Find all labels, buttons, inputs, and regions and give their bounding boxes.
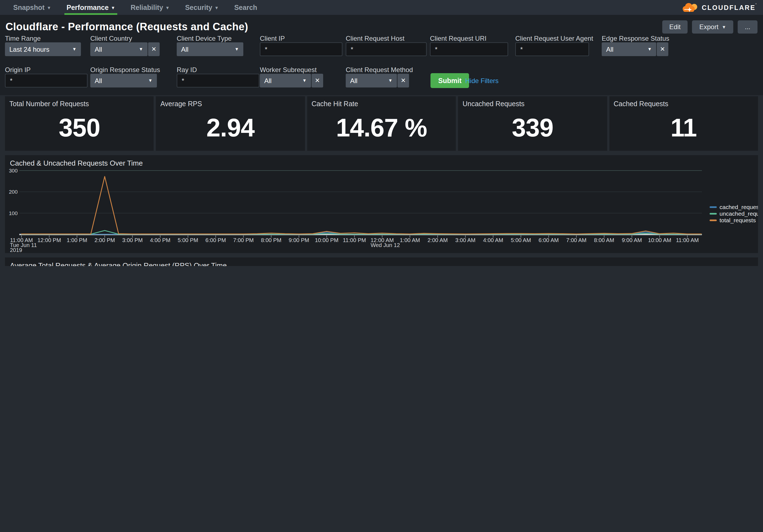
select-value: Last 24 hours <box>9 45 49 53</box>
chevron-down-icon: ▼ <box>148 78 153 83</box>
legend-label: total_requests <box>719 217 756 223</box>
ray-id-input[interactable]: * <box>177 74 259 87</box>
kpi-value: 14.67 % <box>307 113 456 142</box>
nav-item-label: Performance <box>66 4 109 11</box>
chevron-down-icon: ▼ <box>214 6 219 10</box>
svg-text:300: 300 <box>9 168 18 174</box>
nav-item-label: Snapshot <box>13 4 45 11</box>
svg-text:12:00 PM: 12:00 PM <box>38 237 61 243</box>
button-label: ... <box>745 23 750 31</box>
button-label: Export <box>700 23 718 31</box>
svg-text:100: 100 <box>9 211 18 216</box>
line-chart-requests: 10020030011:00 AMTue Jun 11201912:00 PM1… <box>5 155 758 253</box>
filter-label-client-request-method: Client Request Method <box>346 66 413 74</box>
svg-text:3:00 PM: 3:00 PM <box>122 237 143 243</box>
legend-item-cached-requests[interactable]: cached_requests <box>709 204 758 210</box>
select-value: All <box>606 45 613 53</box>
export-button[interactable]: Export▼ <box>692 20 733 34</box>
worker-subrequest-select[interactable]: All▼ <box>260 74 311 87</box>
select-value: All <box>264 77 272 84</box>
svg-text:2019: 2019 <box>10 247 22 253</box>
edit-button[interactable]: Edit <box>662 20 688 34</box>
kpi-title: Cached Requests <box>613 100 668 108</box>
nav-item-performance[interactable]: Performance▼ <box>59 0 123 15</box>
nav-item-security[interactable]: Security▼ <box>177 0 227 15</box>
edge-response-status-select[interactable]: All▼ <box>602 43 656 56</box>
time-range-select[interactable]: Last 24 hours▼ <box>5 43 81 56</box>
chevron-down-icon: ▼ <box>388 78 392 83</box>
client-country-clear-icon[interactable]: ✕ <box>148 43 160 56</box>
svg-text:11:00 PM: 11:00 PM <box>343 237 366 243</box>
client-request-host-input[interactable]: * <box>346 43 427 56</box>
svg-text:4:00 AM: 4:00 AM <box>483 237 503 243</box>
select-value: All <box>95 77 102 84</box>
dashboard-root: Snapshot▼Performance▼Reliability▼Securit… <box>0 0 763 266</box>
chevron-down-icon: ▼ <box>47 6 51 10</box>
legend-swatch <box>709 219 717 221</box>
client-device-type-select[interactable]: All▼ <box>177 43 243 56</box>
kpi-uncached-requests: Uncached Requests339 <box>458 96 607 151</box>
svg-text:1:00 AM: 1:00 AM <box>400 237 420 243</box>
select-value: All <box>350 77 358 84</box>
more-button[interactable]: ... <box>738 20 757 34</box>
chevron-down-icon: ▼ <box>111 6 115 10</box>
svg-text:4:00 PM: 4:00 PM <box>150 237 170 243</box>
kpi-cache-hit-rate: Cache Hit Rate14.67 % <box>307 96 456 151</box>
nav-item-search[interactable]: Search <box>227 0 265 15</box>
submit-button[interactable]: Submit <box>430 73 469 88</box>
nav-item-label: Security <box>185 4 212 11</box>
panel-cached-uncached-over-time: Cached & Uncached Requests Over Time 100… <box>5 155 758 253</box>
svg-text:7:00 PM: 7:00 PM <box>233 237 254 243</box>
hide-filters-link[interactable]: Hide Filters <box>465 77 498 85</box>
svg-text:11:00 AM: 11:00 AM <box>676 237 699 243</box>
select-value: All <box>95 45 102 53</box>
origin-response-status-select[interactable]: All▼ <box>90 74 157 87</box>
chevron-down-icon: ▼ <box>722 25 726 30</box>
origin-ip-input[interactable]: * <box>5 74 87 87</box>
client-country-select[interactable]: All▼ <box>90 43 148 56</box>
dashboard-header: Cloudflare - Performance (Requests and C… <box>0 15 763 95</box>
svg-text:9:00 AM: 9:00 AM <box>622 237 642 243</box>
kpi-cached-requests: Cached Requests11 <box>609 96 758 151</box>
svg-text:7:00 AM: 7:00 AM <box>566 237 586 243</box>
client-request-method-clear-icon[interactable]: ✕ <box>397 74 409 87</box>
svg-text:1:00 PM: 1:00 PM <box>66 237 87 243</box>
kpi-title: Uncached Requests <box>463 100 524 108</box>
legend-item-uncached-requests[interactable]: uncached_requests <box>709 210 758 217</box>
kpi-value: 339 <box>458 113 607 142</box>
edge-response-status-clear-icon[interactable]: ✕ <box>657 43 668 56</box>
client-request-method-select[interactable]: All▼ <box>346 74 397 87</box>
brand-text: CLOUDFLARE <box>702 4 756 11</box>
chevron-down-icon: ▼ <box>235 47 239 52</box>
filter-label-worker-subrequest: Worker Subrequest <box>260 66 317 74</box>
panel-title: Cached & Uncached Requests Over Time <box>10 159 143 167</box>
chevron-down-icon: ▼ <box>165 6 170 10</box>
chevron-down-icon: ▼ <box>72 47 76 52</box>
chevron-down-icon: ▼ <box>647 47 652 52</box>
svg-text:6:00 AM: 6:00 AM <box>539 237 559 243</box>
filter-label-client-device-type: Client Device Type <box>177 35 232 43</box>
chart-legend: cached_requestsuncached_requeststotal_re… <box>709 204 758 223</box>
client-request-user-agent-input[interactable]: * <box>515 43 589 56</box>
nav-item-label: Reliability <box>131 4 163 11</box>
worker-subrequest-clear-icon[interactable]: ✕ <box>312 74 323 87</box>
legend-item-total-requests[interactable]: total_requests <box>709 217 758 223</box>
filter-label-time-range: Time Range <box>5 35 41 43</box>
svg-text:8:00 PM: 8:00 PM <box>261 237 281 243</box>
svg-text:Wed Jun 12: Wed Jun 12 <box>371 242 400 248</box>
nav-item-reliability[interactable]: Reliability▼ <box>123 0 177 15</box>
filter-label-origin-ip: Origin IP <box>5 66 31 74</box>
legend-swatch <box>709 213 717 214</box>
client-ip-input[interactable]: * <box>260 43 342 56</box>
kpi-value: 350 <box>5 113 154 142</box>
page-title: Cloudflare - Performance (Requests and C… <box>6 21 248 33</box>
client-request-uri-input[interactable]: * <box>430 43 508 56</box>
header-buttons: EditExport▼... <box>662 20 757 34</box>
cloudflare-logo: CLOUDFLARE ' <box>681 0 763 15</box>
nav-item-snapshot[interactable]: Snapshot▼ <box>6 0 59 15</box>
kpi-average-rps: Average RPS2.94 <box>156 96 305 151</box>
filter-label-client-request-host: Client Request Host <box>346 35 404 43</box>
legend-swatch <box>709 206 717 208</box>
kpi-value: 11 <box>609 113 758 142</box>
nav-items: Snapshot▼Performance▼Reliability▼Securit… <box>0 0 265 15</box>
